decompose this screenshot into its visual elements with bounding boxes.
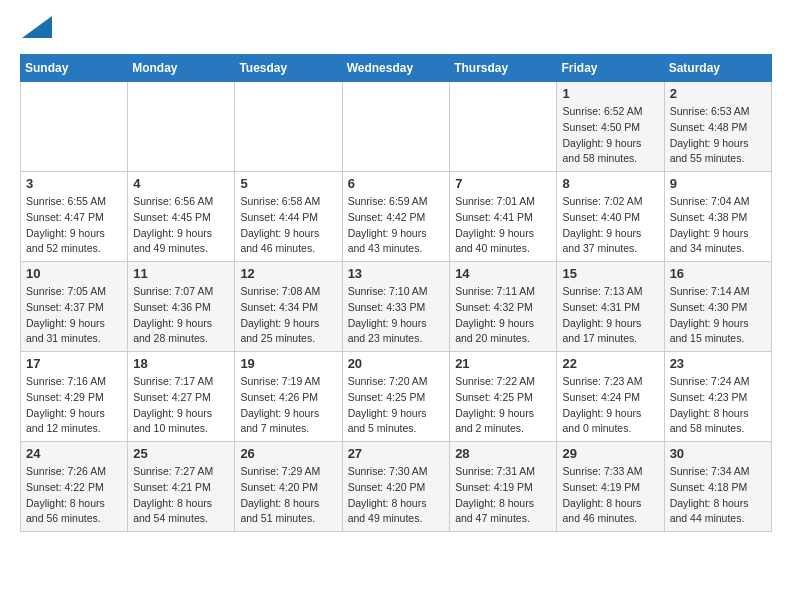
day-info: Sunrise: 7:14 AMSunset: 4:30 PMDaylight:…	[670, 284, 766, 347]
calendar-cell	[342, 82, 450, 172]
day-info: Sunrise: 6:52 AMSunset: 4:50 PMDaylight:…	[562, 104, 658, 167]
day-number: 9	[670, 176, 766, 191]
day-info: Sunrise: 7:19 AMSunset: 4:26 PMDaylight:…	[240, 374, 336, 437]
day-info: Sunrise: 7:01 AMSunset: 4:41 PMDaylight:…	[455, 194, 551, 257]
day-info: Sunrise: 7:23 AMSunset: 4:24 PMDaylight:…	[562, 374, 658, 437]
day-info: Sunrise: 7:33 AMSunset: 4:19 PMDaylight:…	[562, 464, 658, 527]
weekday-header: Sunday	[21, 55, 128, 82]
day-info: Sunrise: 7:16 AMSunset: 4:29 PMDaylight:…	[26, 374, 122, 437]
day-info: Sunrise: 7:11 AMSunset: 4:32 PMDaylight:…	[455, 284, 551, 347]
weekday-header: Thursday	[450, 55, 557, 82]
svg-marker-0	[22, 16, 52, 38]
day-number: 27	[348, 446, 445, 461]
calendar-header-row: SundayMondayTuesdayWednesdayThursdayFrid…	[21, 55, 772, 82]
day-info: Sunrise: 7:17 AMSunset: 4:27 PMDaylight:…	[133, 374, 229, 437]
day-number: 17	[26, 356, 122, 371]
calendar-cell: 23Sunrise: 7:24 AMSunset: 4:23 PMDayligh…	[664, 352, 771, 442]
day-info: Sunrise: 7:04 AMSunset: 4:38 PMDaylight:…	[670, 194, 766, 257]
weekday-header: Monday	[128, 55, 235, 82]
calendar-cell: 2Sunrise: 6:53 AMSunset: 4:48 PMDaylight…	[664, 82, 771, 172]
day-number: 20	[348, 356, 445, 371]
calendar-cell: 17Sunrise: 7:16 AMSunset: 4:29 PMDayligh…	[21, 352, 128, 442]
day-number: 29	[562, 446, 658, 461]
day-info: Sunrise: 7:13 AMSunset: 4:31 PMDaylight:…	[562, 284, 658, 347]
calendar-cell: 29Sunrise: 7:33 AMSunset: 4:19 PMDayligh…	[557, 442, 664, 532]
day-info: Sunrise: 7:05 AMSunset: 4:37 PMDaylight:…	[26, 284, 122, 347]
day-number: 15	[562, 266, 658, 281]
day-info: Sunrise: 6:56 AMSunset: 4:45 PMDaylight:…	[133, 194, 229, 257]
day-info: Sunrise: 7:27 AMSunset: 4:21 PMDaylight:…	[133, 464, 229, 527]
day-info: Sunrise: 7:08 AMSunset: 4:34 PMDaylight:…	[240, 284, 336, 347]
calendar-cell	[235, 82, 342, 172]
day-number: 8	[562, 176, 658, 191]
day-number: 18	[133, 356, 229, 371]
day-number: 19	[240, 356, 336, 371]
calendar-cell: 14Sunrise: 7:11 AMSunset: 4:32 PMDayligh…	[450, 262, 557, 352]
day-number: 3	[26, 176, 122, 191]
calendar-table: SundayMondayTuesdayWednesdayThursdayFrid…	[20, 54, 772, 532]
calendar-cell: 18Sunrise: 7:17 AMSunset: 4:27 PMDayligh…	[128, 352, 235, 442]
calendar-week-row: 17Sunrise: 7:16 AMSunset: 4:29 PMDayligh…	[21, 352, 772, 442]
calendar-cell: 25Sunrise: 7:27 AMSunset: 4:21 PMDayligh…	[128, 442, 235, 532]
day-number: 6	[348, 176, 445, 191]
day-number: 5	[240, 176, 336, 191]
calendar-cell: 19Sunrise: 7:19 AMSunset: 4:26 PMDayligh…	[235, 352, 342, 442]
day-number: 1	[562, 86, 658, 101]
weekday-header: Friday	[557, 55, 664, 82]
calendar-week-row: 1Sunrise: 6:52 AMSunset: 4:50 PMDaylight…	[21, 82, 772, 172]
calendar-cell: 6Sunrise: 6:59 AMSunset: 4:42 PMDaylight…	[342, 172, 450, 262]
calendar-week-row: 10Sunrise: 7:05 AMSunset: 4:37 PMDayligh…	[21, 262, 772, 352]
calendar-cell: 22Sunrise: 7:23 AMSunset: 4:24 PMDayligh…	[557, 352, 664, 442]
day-info: Sunrise: 6:53 AMSunset: 4:48 PMDaylight:…	[670, 104, 766, 167]
day-info: Sunrise: 7:29 AMSunset: 4:20 PMDaylight:…	[240, 464, 336, 527]
calendar-cell: 13Sunrise: 7:10 AMSunset: 4:33 PMDayligh…	[342, 262, 450, 352]
calendar-cell: 12Sunrise: 7:08 AMSunset: 4:34 PMDayligh…	[235, 262, 342, 352]
calendar-cell: 7Sunrise: 7:01 AMSunset: 4:41 PMDaylight…	[450, 172, 557, 262]
day-number: 30	[670, 446, 766, 461]
day-number: 16	[670, 266, 766, 281]
day-info: Sunrise: 7:22 AMSunset: 4:25 PMDaylight:…	[455, 374, 551, 437]
calendar-cell: 1Sunrise: 6:52 AMSunset: 4:50 PMDaylight…	[557, 82, 664, 172]
day-info: Sunrise: 7:31 AMSunset: 4:19 PMDaylight:…	[455, 464, 551, 527]
calendar-cell: 21Sunrise: 7:22 AMSunset: 4:25 PMDayligh…	[450, 352, 557, 442]
day-number: 25	[133, 446, 229, 461]
calendar-cell: 26Sunrise: 7:29 AMSunset: 4:20 PMDayligh…	[235, 442, 342, 532]
page-header	[20, 20, 772, 38]
calendar-cell	[450, 82, 557, 172]
day-number: 13	[348, 266, 445, 281]
day-info: Sunrise: 7:02 AMSunset: 4:40 PMDaylight:…	[562, 194, 658, 257]
day-number: 26	[240, 446, 336, 461]
day-info: Sunrise: 7:07 AMSunset: 4:36 PMDaylight:…	[133, 284, 229, 347]
day-number: 7	[455, 176, 551, 191]
weekday-header: Tuesday	[235, 55, 342, 82]
day-number: 21	[455, 356, 551, 371]
calendar-cell: 10Sunrise: 7:05 AMSunset: 4:37 PMDayligh…	[21, 262, 128, 352]
calendar-cell: 15Sunrise: 7:13 AMSunset: 4:31 PMDayligh…	[557, 262, 664, 352]
day-number: 28	[455, 446, 551, 461]
day-info: Sunrise: 7:30 AMSunset: 4:20 PMDaylight:…	[348, 464, 445, 527]
day-info: Sunrise: 7:20 AMSunset: 4:25 PMDaylight:…	[348, 374, 445, 437]
day-number: 11	[133, 266, 229, 281]
day-number: 10	[26, 266, 122, 281]
weekday-header: Saturday	[664, 55, 771, 82]
calendar-cell: 30Sunrise: 7:34 AMSunset: 4:18 PMDayligh…	[664, 442, 771, 532]
day-number: 2	[670, 86, 766, 101]
calendar-cell	[128, 82, 235, 172]
day-info: Sunrise: 7:26 AMSunset: 4:22 PMDaylight:…	[26, 464, 122, 527]
day-info: Sunrise: 6:58 AMSunset: 4:44 PMDaylight:…	[240, 194, 336, 257]
day-number: 4	[133, 176, 229, 191]
day-info: Sunrise: 7:10 AMSunset: 4:33 PMDaylight:…	[348, 284, 445, 347]
calendar-cell: 20Sunrise: 7:20 AMSunset: 4:25 PMDayligh…	[342, 352, 450, 442]
calendar-week-row: 3Sunrise: 6:55 AMSunset: 4:47 PMDaylight…	[21, 172, 772, 262]
calendar-cell: 24Sunrise: 7:26 AMSunset: 4:22 PMDayligh…	[21, 442, 128, 532]
calendar-cell	[21, 82, 128, 172]
day-number: 24	[26, 446, 122, 461]
calendar-cell: 3Sunrise: 6:55 AMSunset: 4:47 PMDaylight…	[21, 172, 128, 262]
calendar-cell: 28Sunrise: 7:31 AMSunset: 4:19 PMDayligh…	[450, 442, 557, 532]
calendar-cell: 4Sunrise: 6:56 AMSunset: 4:45 PMDaylight…	[128, 172, 235, 262]
calendar-cell: 27Sunrise: 7:30 AMSunset: 4:20 PMDayligh…	[342, 442, 450, 532]
calendar-cell: 5Sunrise: 6:58 AMSunset: 4:44 PMDaylight…	[235, 172, 342, 262]
weekday-header: Wednesday	[342, 55, 450, 82]
day-info: Sunrise: 6:59 AMSunset: 4:42 PMDaylight:…	[348, 194, 445, 257]
logo-icon	[22, 16, 52, 38]
